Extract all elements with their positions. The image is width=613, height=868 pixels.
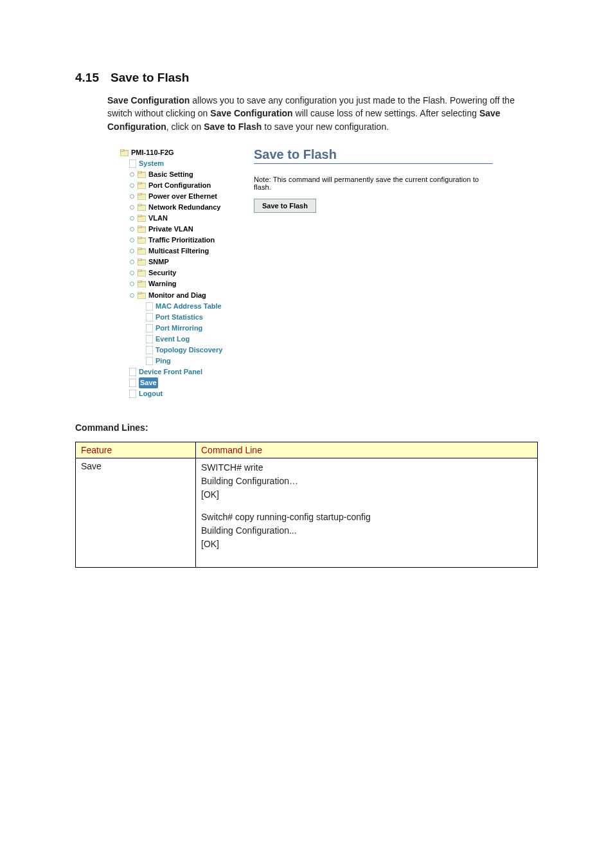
tree-folder-open[interactable]: Monitor and Diag [120, 290, 236, 301]
tree-folder[interactable]: Network Redundancy [120, 202, 236, 213]
svg-point-24 [130, 249, 134, 253]
expand-icon [129, 172, 135, 177]
svg-rect-35 [138, 280, 141, 282]
expand-icon [129, 281, 135, 287]
tree-label: MAC Address Table [155, 301, 222, 312]
pane-note: Note: This command will permanently save… [254, 176, 493, 191]
svg-point-36 [130, 293, 134, 297]
cmd-line: Building Configuration... [201, 525, 297, 536]
tree-label: Power over Ethernet [148, 191, 217, 202]
tree-item-logout[interactable]: Logout [120, 388, 236, 399]
save-to-flash-button[interactable]: Save to Flash [254, 199, 316, 213]
svg-rect-47 [129, 390, 136, 398]
tree-label: VLAN [148, 213, 168, 224]
folder-icon [138, 248, 146, 255]
svg-rect-20 [138, 226, 141, 228]
intro-bold-1: Save Configuration [107, 95, 190, 105]
col-command-line: Command Line [196, 442, 538, 458]
folder-icon [138, 258, 146, 266]
cmd-line: [OK] [201, 489, 219, 500]
command-lines-caption: Command Lines: [75, 422, 538, 433]
tree-label: Traffic Prioritization [148, 235, 215, 246]
tree-folder[interactable]: Warning [120, 278, 236, 289]
svg-rect-8 [138, 182, 141, 184]
tree-label: Basic Setting [148, 169, 193, 180]
page-icon [129, 159, 136, 168]
tree-label: Port Mirroring [155, 323, 202, 334]
folder-icon [120, 149, 129, 156]
svg-rect-38 [138, 292, 141, 294]
tree-label: Multicast Filtering [148, 246, 209, 257]
expand-icon [129, 248, 135, 254]
svg-rect-32 [138, 269, 141, 271]
svg-point-30 [130, 271, 134, 275]
folder-icon [138, 204, 146, 211]
folder-icon [138, 182, 146, 189]
tree-label: Network Redundancy [148, 202, 220, 213]
section-title: Save to Flash [111, 71, 190, 84]
tree-folder[interactable]: Multicast Filtering [120, 246, 236, 257]
tree-leaf[interactable]: MAC Address Table [120, 301, 236, 312]
nav-tree: PMI-110-F2G System Basic Setting Port Co… [120, 147, 236, 399]
tree-folder[interactable]: Private VLAN [120, 224, 236, 235]
expand-icon [129, 183, 135, 188]
page-icon [129, 368, 136, 376]
svg-rect-46 [129, 379, 136, 387]
svg-rect-17 [138, 215, 141, 217]
page-icon [129, 390, 136, 398]
tree-label: Event Log [155, 334, 190, 345]
page-icon [146, 324, 153, 332]
cmd-line: Switch# copy running-config startup-conf… [201, 512, 371, 522]
intro-paragraph: Save Configuration allows you to save an… [107, 94, 538, 133]
collapse-icon [129, 293, 135, 298]
pane-title: Save to Flash [254, 147, 493, 164]
cell-command-line: SWITCH# write Building Configuration… [O… [196, 458, 538, 567]
tree-leaf[interactable]: Ping [120, 356, 236, 366]
svg-rect-26 [138, 248, 141, 249]
tree-folder[interactable]: Port Configuration [120, 180, 236, 191]
tree-label-selected: Save [139, 377, 158, 388]
svg-point-21 [130, 239, 134, 242]
tree-folder[interactable]: Basic Setting [120, 169, 236, 180]
tree-leaf[interactable]: Event Log [120, 334, 236, 345]
tree-folder[interactable]: VLAN [120, 213, 236, 224]
tree-item-system[interactable]: System [120, 158, 236, 169]
tree-leaf[interactable]: Port Mirroring [120, 323, 236, 334]
expand-icon [129, 215, 135, 221]
tree-label: Private VLAN [148, 224, 193, 235]
tree-leaf[interactable]: Port Statistics [120, 312, 236, 323]
tree-leaf[interactable]: Topology Discovery [120, 345, 236, 356]
tree-folder[interactable]: SNMP [120, 257, 236, 267]
svg-rect-41 [146, 324, 153, 332]
folder-icon [138, 171, 146, 178]
intro-bold-4: Save to Flash [204, 122, 262, 132]
tree-root-label: PMI-110-F2G [131, 147, 174, 158]
tree-folder[interactable]: Traffic Prioritization [120, 235, 236, 246]
cell-feature: Save [76, 458, 196, 567]
page-icon [146, 335, 153, 343]
svg-rect-1 [120, 149, 124, 151]
tree-folder[interactable]: Security [120, 267, 236, 278]
col-feature: Feature [76, 442, 196, 458]
svg-point-33 [130, 282, 134, 286]
page-icon [146, 313, 153, 321]
svg-rect-11 [138, 193, 141, 195]
expand-icon [129, 226, 135, 232]
tree-label: System [139, 158, 164, 169]
command-table: Feature Command Line Save SWITCH# write … [75, 442, 538, 568]
tree-folder[interactable]: Power over Ethernet [120, 191, 236, 202]
tree-label: Device Front Panel [139, 366, 202, 377]
tree-label: Port Configuration [148, 180, 211, 191]
folder-icon [138, 237, 146, 244]
tree-root[interactable]: PMI-110-F2G [120, 147, 236, 158]
svg-rect-23 [138, 237, 141, 239]
svg-point-6 [130, 184, 134, 188]
tree-item-device-front-panel[interactable]: Device Front Panel [120, 366, 236, 377]
svg-rect-44 [146, 357, 153, 365]
table-row: Save SWITCH# write Building Configuratio… [76, 458, 538, 567]
svg-rect-29 [138, 258, 141, 260]
intro-text-2: will cause loss of new settings. After s… [293, 108, 479, 118]
tree-item-save[interactable]: Save [120, 377, 236, 388]
tree-label: SNMP [148, 257, 169, 267]
svg-point-15 [130, 217, 134, 221]
